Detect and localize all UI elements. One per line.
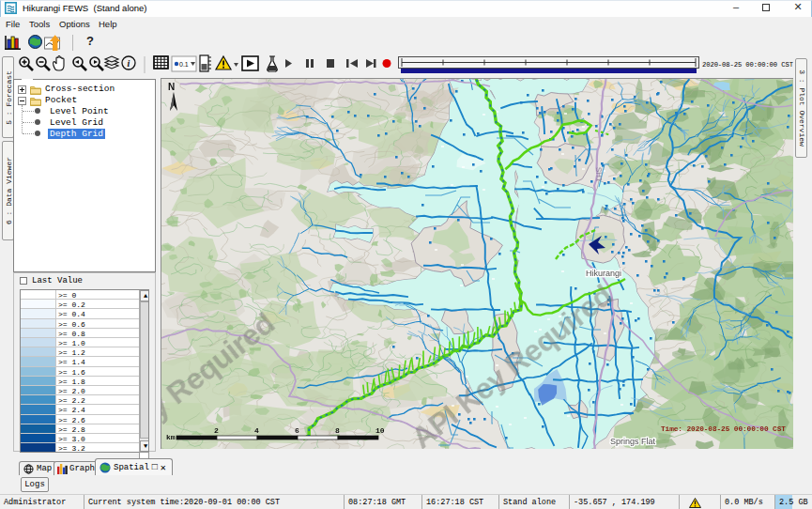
svg-text:km: km bbox=[166, 433, 176, 441]
svg-text:8: 8 bbox=[335, 426, 340, 435]
svg-text:2: 2 bbox=[214, 426, 219, 435]
svg-text:Hikurangi: Hikurangi bbox=[586, 269, 621, 278]
svg-text:i: i bbox=[128, 58, 130, 69]
svg-text:N: N bbox=[168, 82, 175, 92]
svg-text:Time: 2020-08-25 00:00:00 CST: Time: 2020-08-25 00:00:00 CST bbox=[661, 425, 786, 433]
svg-text:4: 4 bbox=[254, 426, 259, 435]
svg-text:SH1: SH1 bbox=[594, 167, 604, 182]
svg-text:6: 6 bbox=[295, 426, 299, 435]
svg-text:Springs Flat: Springs Flat bbox=[610, 437, 656, 446]
svg-text:10: 10 bbox=[375, 426, 385, 435]
svg-text:0.1: 0.1 bbox=[179, 61, 189, 68]
